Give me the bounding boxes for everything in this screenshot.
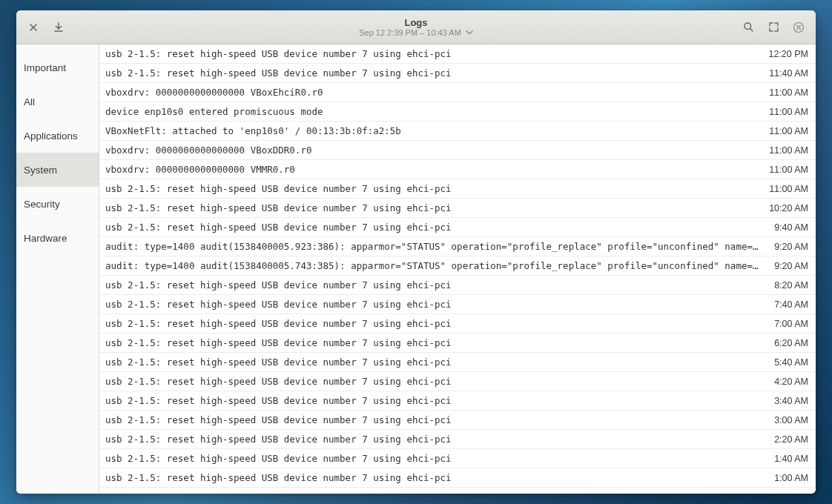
content-area: ImportantAllApplicationsSystemSecurityHa… [16,44,816,494]
log-row[interactable]: usb 2-1.5: reset high-speed USB device n… [99,179,816,199]
log-time: 9:20 AM [774,261,808,271]
log-message: usb 2-1.5: reset high-speed USB device n… [105,453,774,464]
log-time: 9:40 AM [774,222,808,233]
close-icon [29,23,38,32]
log-time: 11:00 AM [769,87,808,98]
log-message: VBoxNetFlt: attached to 'enp10s0' / 00:1… [105,125,769,136]
log-message: vboxdrv: 0000000000000000 VMMR0.r0 [105,164,769,175]
log-message: usb 2-1.5: reset high-speed USB device n… [105,183,769,194]
log-message: usb 2-1.5: reset high-speed USB device n… [105,376,774,387]
log-row[interactable]: usb 2-1.5: reset high-speed USB device n… [99,276,816,295]
log-message: vboxdrv: 0000000000000000 VBoxDDR0.r0 [105,145,769,156]
sidebar-item-important[interactable]: Important [16,50,99,84]
log-row[interactable]: usb 2-1.5: reset high-speed USB device n… [99,449,816,468]
log-time: 9:20 AM [774,242,808,252]
log-time: 1:40 AM [774,454,808,464]
titlebar-right [737,16,810,39]
app-title: Logs [404,17,427,27]
sidebar-item-system[interactable]: System [16,153,99,187]
log-row[interactable]: usb 2-1.5: reset high-speed USB device n… [99,44,816,64]
log-row[interactable]: usb 2-1.5: reset high-speed USB device n… [99,199,816,218]
log-time: 4:20 AM [774,377,808,387]
log-row[interactable]: vboxdrv: 0000000000000000 VMMR0.r011:00 … [99,160,816,179]
close-button[interactable] [22,16,44,39]
log-time: 3:00 AM [774,415,808,425]
log-row[interactable]: VBoxNetFlt: attached to 'enp10s0' / 00:1… [99,122,816,141]
log-time: 11:00 AM [769,126,808,136]
log-message: audit: type=1400 audit(1538400005.923:38… [105,241,774,252]
sidebar-item-hardware[interactable]: Hardware [16,221,99,255]
download-icon [53,22,64,33]
log-message: usb 2-1.5: reset high-speed USB device n… [105,434,774,445]
titlebar-center[interactable]: Logs Sep 12 2:39 PM – 10:43 AM [359,17,473,36]
sidebar-item-label: System [24,165,57,176]
log-message: usb 2-1.5: reset high-speed USB device n… [105,357,774,368]
close-circle-icon [793,21,805,33]
log-time: 11:00 AM [769,107,808,117]
window-close-button[interactable] [788,16,810,39]
sidebar-item-label: Important [24,62,66,73]
chevron-down-icon [466,30,473,35]
log-time: 11:40 AM [769,68,808,79]
log-row[interactable]: usb 2-1.5: reset high-speed USB device n… [99,430,816,449]
log-message: usb 2-1.5: reset high-speed USB device n… [105,337,774,348]
log-message: vboxdrv: 0000000000000000 VBoxEhciR0.r0 [105,87,769,98]
sidebar-item-label: Security [24,199,60,210]
log-row[interactable]: audit: type=1400 audit(1538400005.743:38… [99,256,816,276]
log-list[interactable]: usb 2-1.5: reset high-speed USB device n… [99,44,816,494]
log-message: usb 2-1.5: reset high-speed USB device n… [105,48,768,59]
log-time: 8:20 AM [774,280,808,291]
export-button[interactable] [47,16,70,39]
log-message: device enp10s0 entered promiscuous mode [105,106,769,117]
titlebar-left [22,16,70,39]
log-row[interactable]: usb 2-1.5: reset high-speed USB device n… [99,468,816,488]
log-row[interactable]: usb 2-1.5: reset high-speed USB device n… [99,372,816,391]
log-row[interactable]: vboxdrv: 0000000000000000 VBoxEhciR0.r01… [99,83,816,102]
log-time: 11:00 AM [769,165,808,175]
log-message: usb 2-1.5: reset high-speed USB device n… [105,222,774,233]
date-range: Sep 12 2:39 PM – 10:43 AM [359,28,461,37]
log-row[interactable]: usb 2-1.5: reset high-speed USB device n… [99,64,816,83]
sidebar-item-label: All [24,96,35,107]
log-time: 11:00 AM [769,184,808,194]
log-message: usb 2-1.5: reset high-speed USB device n… [105,395,774,406]
logs-window: Logs Sep 12 2:39 PM – 10:43 AM Important… [16,10,816,494]
log-row[interactable]: usb 2-1.5: reset high-speed USB device n… [99,295,816,314]
log-row[interactable]: usb 2-1.5: reset high-speed USB device n… [99,353,816,372]
log-row[interactable]: audit: type=1400 audit(1538400005.923:38… [99,237,816,256]
search-icon [743,21,754,33]
log-time: 10:20 AM [769,203,808,213]
log-time: 1:00 AM [774,473,808,483]
log-row[interactable]: usb 2-1.5: reset high-speed USB device n… [99,411,816,430]
maximize-icon [769,22,779,32]
sidebar-item-label: Hardware [24,233,67,244]
log-time: 5:40 AM [774,357,808,368]
log-row[interactable]: vboxdrv: 0000000000000000 VBoxDDR0.r011:… [99,141,816,160]
log-row[interactable]: usb 2-1.5: reset high-speed USB device n… [99,391,816,411]
log-message: usb 2-1.5: reset high-speed USB device n… [105,414,774,425]
log-row[interactable]: usb 2-1.5: reset high-speed USB device n… [99,334,816,353]
search-button[interactable] [737,16,759,39]
log-time: 7:00 AM [774,319,808,329]
log-message: usb 2-1.5: reset high-speed USB device n… [105,299,774,310]
log-row[interactable]: device enp10s0 entered promiscuous mode1… [99,102,816,122]
log-row[interactable]: usb 2-1.5: reset high-speed USB device n… [99,314,816,334]
log-time: 12:20 PM [768,49,808,59]
log-time: 3:40 AM [774,396,808,406]
log-row[interactable]: usb 2-1.5: reset high-speed USB device n… [99,218,816,237]
log-message: usb 2-1.5: reset high-speed USB device n… [105,202,769,213]
log-message: audit: type=1400 audit(1538400005.743:38… [105,260,774,271]
maximize-button[interactable] [762,16,785,39]
log-message: usb 2-1.5: reset high-speed USB device n… [105,279,774,291]
log-time: 7:40 AM [774,299,808,310]
sidebar-item-all[interactable]: All [16,84,99,119]
sidebar-item-security[interactable]: Security [16,187,99,221]
sidebar-item-label: Applications [24,130,78,142]
log-message: usb 2-1.5: reset high-speed USB device n… [105,472,774,483]
log-time: 11:00 AM [769,145,808,156]
sidebar-item-applications[interactable]: Applications [16,119,99,153]
titlebar: Logs Sep 12 2:39 PM – 10:43 AM [16,10,816,44]
log-time: 6:20 AM [774,338,808,348]
log-time: 2:20 AM [774,434,808,445]
sidebar: ImportantAllApplicationsSystemSecurityHa… [16,44,99,494]
